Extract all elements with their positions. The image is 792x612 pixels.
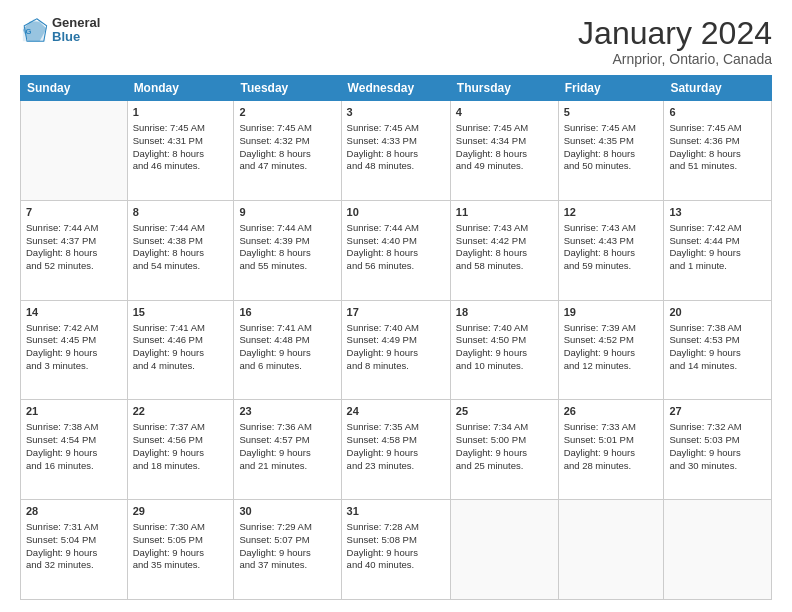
calendar-cell: 5Sunrise: 7:45 AMSunset: 4:35 PMDaylight…: [558, 101, 664, 201]
day-info: Sunrise: 7:40 AM: [456, 322, 553, 335]
col-saturday: Saturday: [664, 76, 772, 101]
day-number: 3: [347, 105, 445, 120]
calendar-cell: 25Sunrise: 7:34 AMSunset: 5:00 PMDayligh…: [450, 400, 558, 500]
calendar-cell: 7Sunrise: 7:44 AMSunset: 4:37 PMDaylight…: [21, 200, 128, 300]
day-number: 30: [239, 504, 335, 519]
logo: G General Blue: [20, 16, 100, 45]
day-number: 10: [347, 205, 445, 220]
calendar-cell: 23Sunrise: 7:36 AMSunset: 4:57 PMDayligh…: [234, 400, 341, 500]
day-info: and 1 minute.: [669, 260, 766, 273]
day-number: 9: [239, 205, 335, 220]
calendar-cell: 16Sunrise: 7:41 AMSunset: 4:48 PMDayligh…: [234, 300, 341, 400]
day-info: and 8 minutes.: [347, 360, 445, 373]
day-info: Sunset: 4:48 PM: [239, 334, 335, 347]
day-info: Daylight: 8 hours: [26, 247, 122, 260]
day-info: Sunrise: 7:32 AM: [669, 421, 766, 434]
day-info: Sunset: 4:34 PM: [456, 135, 553, 148]
logo-text: General Blue: [52, 16, 100, 45]
calendar-cell: 30Sunrise: 7:29 AMSunset: 5:07 PMDayligh…: [234, 500, 341, 600]
calendar-cell: 9Sunrise: 7:44 AMSunset: 4:39 PMDaylight…: [234, 200, 341, 300]
col-monday: Monday: [127, 76, 234, 101]
day-info: Sunrise: 7:45 AM: [564, 122, 659, 135]
day-info: Daylight: 9 hours: [564, 347, 659, 360]
day-info: and 46 minutes.: [133, 160, 229, 173]
day-info: Sunrise: 7:42 AM: [26, 322, 122, 335]
day-info: Sunrise: 7:43 AM: [456, 222, 553, 235]
day-info: Sunset: 5:00 PM: [456, 434, 553, 447]
day-number: 6: [669, 105, 766, 120]
day-number: 19: [564, 305, 659, 320]
day-info: and 6 minutes.: [239, 360, 335, 373]
day-info: Daylight: 8 hours: [564, 148, 659, 161]
day-info: Daylight: 9 hours: [669, 247, 766, 260]
day-info: Sunset: 5:08 PM: [347, 534, 445, 547]
day-info: Sunset: 4:43 PM: [564, 235, 659, 248]
day-info: Daylight: 9 hours: [133, 347, 229, 360]
calendar-cell: 13Sunrise: 7:42 AMSunset: 4:44 PMDayligh…: [664, 200, 772, 300]
day-info: and 10 minutes.: [456, 360, 553, 373]
day-info: Sunset: 4:44 PM: [669, 235, 766, 248]
day-info: and 28 minutes.: [564, 460, 659, 473]
day-info: Sunrise: 7:41 AM: [133, 322, 229, 335]
day-number: 12: [564, 205, 659, 220]
day-info: and 47 minutes.: [239, 160, 335, 173]
day-info: Sunrise: 7:45 AM: [239, 122, 335, 135]
calendar-cell: 8Sunrise: 7:44 AMSunset: 4:38 PMDaylight…: [127, 200, 234, 300]
day-info: and 4 minutes.: [133, 360, 229, 373]
day-info: Daylight: 9 hours: [239, 347, 335, 360]
day-info: Sunset: 4:40 PM: [347, 235, 445, 248]
day-info: Sunset: 5:07 PM: [239, 534, 335, 547]
day-info: and 12 minutes.: [564, 360, 659, 373]
day-info: Sunrise: 7:40 AM: [347, 322, 445, 335]
day-info: Daylight: 9 hours: [347, 447, 445, 460]
day-info: Sunset: 4:46 PM: [133, 334, 229, 347]
day-number: 14: [26, 305, 122, 320]
day-info: Sunrise: 7:42 AM: [669, 222, 766, 235]
day-number: 28: [26, 504, 122, 519]
day-info: Daylight: 8 hours: [564, 247, 659, 260]
day-info: and 49 minutes.: [456, 160, 553, 173]
day-info: and 58 minutes.: [456, 260, 553, 273]
day-info: Daylight: 8 hours: [239, 148, 335, 161]
day-info: Daylight: 9 hours: [26, 547, 122, 560]
day-info: Sunset: 4:57 PM: [239, 434, 335, 447]
day-info: Daylight: 9 hours: [347, 347, 445, 360]
day-number: 20: [669, 305, 766, 320]
day-info: Sunset: 4:49 PM: [347, 334, 445, 347]
day-info: Sunset: 4:31 PM: [133, 135, 229, 148]
day-info: Sunrise: 7:45 AM: [133, 122, 229, 135]
calendar-title: January 2024: [578, 16, 772, 51]
calendar-cell: 22Sunrise: 7:37 AMSunset: 4:56 PMDayligh…: [127, 400, 234, 500]
day-info: Daylight: 9 hours: [347, 547, 445, 560]
day-number: 7: [26, 205, 122, 220]
day-info: Sunset: 4:53 PM: [669, 334, 766, 347]
day-info: and 18 minutes.: [133, 460, 229, 473]
calendar-cell: 6Sunrise: 7:45 AMSunset: 4:36 PMDaylight…: [664, 101, 772, 201]
day-info: Sunrise: 7:30 AM: [133, 521, 229, 534]
day-info: Sunrise: 7:44 AM: [239, 222, 335, 235]
day-number: 26: [564, 404, 659, 419]
calendar-cell: 29Sunrise: 7:30 AMSunset: 5:05 PMDayligh…: [127, 500, 234, 600]
col-wednesday: Wednesday: [341, 76, 450, 101]
day-info: Daylight: 9 hours: [133, 447, 229, 460]
calendar-cell: 2Sunrise: 7:45 AMSunset: 4:32 PMDaylight…: [234, 101, 341, 201]
title-block: January 2024 Arnprior, Ontario, Canada: [578, 16, 772, 67]
day-info: Daylight: 9 hours: [456, 347, 553, 360]
day-info: Sunrise: 7:29 AM: [239, 521, 335, 534]
calendar-cell: 1Sunrise: 7:45 AMSunset: 4:31 PMDaylight…: [127, 101, 234, 201]
day-info: and 54 minutes.: [133, 260, 229, 273]
calendar-cell: 31Sunrise: 7:28 AMSunset: 5:08 PMDayligh…: [341, 500, 450, 600]
day-info: Sunrise: 7:41 AM: [239, 322, 335, 335]
day-info: and 23 minutes.: [347, 460, 445, 473]
day-number: 2: [239, 105, 335, 120]
day-info: Daylight: 9 hours: [456, 447, 553, 460]
day-number: 8: [133, 205, 229, 220]
day-info: and 56 minutes.: [347, 260, 445, 273]
day-number: 1: [133, 105, 229, 120]
calendar-cell: 15Sunrise: 7:41 AMSunset: 4:46 PMDayligh…: [127, 300, 234, 400]
calendar-cell: 19Sunrise: 7:39 AMSunset: 4:52 PMDayligh…: [558, 300, 664, 400]
day-info: Sunset: 4:50 PM: [456, 334, 553, 347]
logo-general-text: General: [52, 16, 100, 30]
day-info: Daylight: 9 hours: [669, 347, 766, 360]
day-number: 31: [347, 504, 445, 519]
